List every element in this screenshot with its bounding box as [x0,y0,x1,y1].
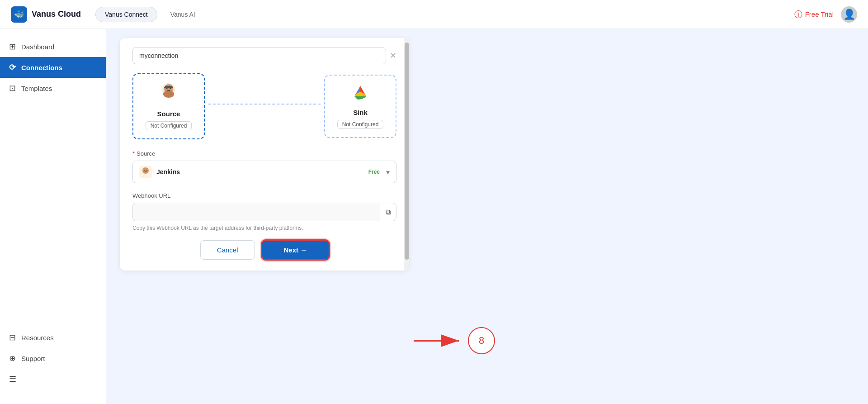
info-icon: ⓘ [794,9,802,20]
sidebar: ⊞ Dashboard ⟳ Connections ⊡ Templates ⊟ … [0,29,106,404]
source-name: Jenkins [156,168,364,176]
source-card[interactable]: Source Not Configured [132,73,205,139]
source-free-badge: Free [368,169,380,175]
nav-right: ⓘ Free Trial 👤 [794,6,857,23]
user-avatar[interactable]: 👤 [841,6,857,23]
jenkins-icon [139,166,152,178]
connector-line [208,104,321,105]
support-icon: ⊕ [9,353,16,363]
cancel-button[interactable]: Cancel [200,240,255,260]
main-layout: ⊞ Dashboard ⟳ Connections ⊡ Templates ⊟ … [0,29,868,404]
sidebar-item-dashboard[interactable]: ⊞ Dashboard [0,36,106,57]
panel-scroll[interactable]: ✕ [120,38,409,271]
webhook-input[interactable] [133,203,380,221]
svg-point-2 [163,90,174,98]
sidebar-item-resources[interactable]: ⊟ Resources [0,327,106,348]
buttons-row: Cancel Next → [132,240,396,260]
connection-panel: ✕ [120,38,409,271]
arrow-icon [414,329,468,352]
top-navigation: 🐳 Vanus Cloud Vanus Connect Vanus AI ⓘ F… [0,0,868,29]
app-title: Vanus Cloud [32,10,81,19]
source-select[interactable]: Jenkins Free ▾ [132,161,396,183]
sink-card-badge: Not Configured [337,120,384,129]
nav-pills: Vanus Connect Vanus AI [95,7,205,22]
connection-name-input[interactable] [132,47,386,64]
sidebar-item-templates[interactable]: ⊡ Templates [0,78,106,99]
clear-icon[interactable]: ✕ [390,51,396,61]
dashboard-icon: ⊞ [9,42,16,52]
webhook-hint: Copy this Webhook URL as the target addr… [132,225,396,231]
nav-vanus-ai[interactable]: Vanus AI [161,7,205,22]
svg-point-5 [142,167,149,174]
next-button[interactable]: Next → [262,241,329,259]
resources-icon: ⊟ [9,333,16,342]
arrow-annotation: 8 [414,327,495,354]
svg-point-6 [144,170,145,171]
source-card-title: Source [157,110,180,118]
scrollbar-track[interactable] [404,38,409,271]
annotation-circle-8: 8 [468,327,495,354]
sink-card[interactable]: Sink Not Configured [324,75,396,138]
webhook-input-row: ⧉ [132,203,396,221]
source-card-badge: Not Configured [146,121,192,130]
connections-icon: ⟳ [9,62,16,72]
webhook-label: Webhook URL [132,192,396,199]
required-star: * [132,150,135,157]
free-trial-badge[interactable]: ⓘ Free Trial [794,9,834,20]
connection-name-row: ✕ [132,47,396,64]
sidebar-item-support[interactable]: ⊕ Support [0,348,106,369]
scrollbar-thumb[interactable] [405,43,409,260]
sidebar-item-connections[interactable]: ⟳ Connections [0,57,106,78]
logo-icon: 🐳 [11,6,27,23]
hamburger-icon: ☰ [9,374,16,384]
svg-point-7 [146,170,147,171]
sink-card-title: Sink [353,109,368,116]
source-card-icon [159,82,179,106]
templates-icon: ⊡ [9,83,16,93]
main-content: ✕ [106,29,868,404]
sink-card-icon [351,84,369,105]
sidebar-item-menu[interactable]: ☰ [0,369,106,390]
chevron-down-icon: ▾ [386,168,390,176]
source-label: * Source [132,150,396,157]
copy-button[interactable]: ⧉ [380,204,396,220]
nav-vanus-connect[interactable]: Vanus Connect [95,7,157,22]
cards-row: Source Not Configured [132,73,396,139]
logo-area: 🐳 Vanus Cloud [11,6,81,23]
